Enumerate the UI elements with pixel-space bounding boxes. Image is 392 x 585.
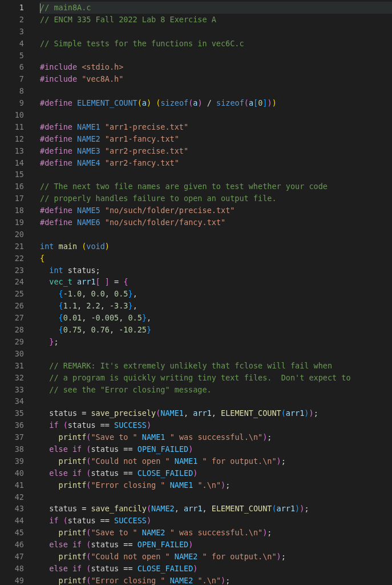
- code-line[interactable]: #include "vec8A.h": [40, 73, 392, 85]
- code-line[interactable]: #define NAME2 "arr1-fancy.txt": [40, 133, 392, 145]
- code-token: [40, 361, 49, 370]
- code-token: else: [49, 468, 68, 478]
- code-line[interactable]: {-1.0, 0.0, 0.5},: [40, 288, 392, 300]
- code-token: [40, 528, 59, 537]
- code-line[interactable]: int main (void): [40, 241, 392, 253]
- code-line[interactable]: };: [40, 336, 392, 348]
- line-number: 25: [0, 288, 24, 300]
- code-token: if: [72, 564, 82, 573]
- code-line[interactable]: else if (status == OPEN_FAILED): [40, 443, 392, 455]
- code-line[interactable]: #define NAME4 "arr2-fancy.txt": [40, 157, 392, 169]
- code-line[interactable]: #define NAME3 "arr2-precise.txt": [40, 145, 392, 157]
- code-token: [: [96, 277, 100, 286]
- line-number: 28: [0, 324, 24, 336]
- code-token: ]: [262, 98, 267, 107]
- code-line[interactable]: [40, 229, 392, 241]
- code-line[interactable]: // Simple tests for the functions in vec…: [40, 38, 392, 50]
- code-line[interactable]: [40, 109, 392, 121]
- code-line[interactable]: {: [40, 253, 392, 265]
- code-token: "vec8A.h": [82, 74, 123, 83]
- code-token: if: [49, 516, 58, 525]
- line-number: 7: [0, 73, 24, 85]
- code-token: CLOSE_FAILED: [138, 468, 193, 478]
- code-token: -: [91, 313, 95, 322]
- code-token: -: [63, 289, 68, 298]
- code-token: // a program is quickly writing tiny tex…: [49, 373, 350, 382]
- code-line[interactable]: printf("Save to " NAME1 " was successful…: [40, 431, 392, 443]
- code-line[interactable]: status = save_precisely(NAME1, arr1, ELE…: [40, 407, 392, 419]
- code-token: {: [59, 325, 63, 334]
- code-line[interactable]: [40, 85, 392, 97]
- code-line[interactable]: printf("Could not open " NAME2 " for out…: [40, 551, 392, 563]
- code-line[interactable]: [40, 50, 392, 62]
- code-line[interactable]: else if (status == CLOSE_FAILED): [40, 563, 392, 575]
- code-line[interactable]: // see the "Error closing" message.: [40, 384, 392, 396]
- code-line[interactable]: [40, 395, 392, 407]
- code-token: ;: [314, 408, 318, 418]
- code-line[interactable]: [40, 491, 392, 503]
- code-token: status =: [40, 408, 91, 418]
- code-token: {: [123, 277, 128, 286]
- code-token: "Save to ": [91, 528, 137, 537]
- code-line[interactable]: #define NAME6 "no/such/folder/fancy.txt": [40, 217, 392, 229]
- code-token: ;: [54, 337, 58, 346]
- code-line[interactable]: int status;: [40, 265, 392, 277]
- line-number: 26: [0, 300, 24, 312]
- code-line[interactable]: #include <stdio.h>: [40, 61, 392, 73]
- code-line[interactable]: else if (status == OPEN_FAILED): [40, 539, 392, 551]
- code-line[interactable]: #define NAME1 "arr1-precise.txt": [40, 121, 392, 133]
- code-token: [165, 528, 170, 537]
- line-number: 43: [0, 503, 24, 515]
- code-token: NAME2: [170, 576, 193, 585]
- code-line[interactable]: {0.01, -0.005, 0.5},: [40, 312, 392, 324]
- code-token: printf: [59, 576, 87, 585]
- line-number: 14: [0, 157, 24, 169]
- code-line[interactable]: // ENCM 335 Fall 2022 Lab 8 Exercise A: [40, 14, 392, 26]
- code-token: // main8A.c: [40, 3, 91, 12]
- code-token: #include: [40, 74, 77, 83]
- code-line[interactable]: printf("Save to " NAME2 " was successful…: [40, 527, 392, 539]
- code-line[interactable]: // a program is quickly writing tiny tex…: [40, 372, 392, 384]
- code-line[interactable]: else if (status == CLOSE_FAILED): [40, 467, 392, 479]
- code-line[interactable]: vec_t arr1[ ] = {: [40, 276, 392, 288]
- code-area[interactable]: // main8A.c// ENCM 335 Fall 2022 Lab 8 E…: [34, 0, 392, 585]
- code-token: 0.5: [114, 289, 128, 298]
- code-line[interactable]: // main8A.c: [40, 2, 392, 14]
- code-token: [54, 242, 58, 251]
- code-line[interactable]: if (status == SUCCESS): [40, 515, 392, 527]
- line-number: 42: [0, 491, 24, 503]
- line-number: 37: [0, 431, 24, 443]
- line-number: 22: [0, 253, 24, 265]
- code-token: [72, 218, 77, 227]
- code-token: ): [197, 98, 202, 107]
- line-number: 9: [0, 97, 24, 109]
- code-line[interactable]: [40, 26, 392, 38]
- code-line[interactable]: // The next two file names are given to …: [40, 181, 392, 193]
- code-line[interactable]: status = save_fancily(NAME2, arr1, ELEME…: [40, 503, 392, 515]
- code-token: [40, 313, 59, 322]
- code-token: ): [193, 564, 197, 573]
- code-line[interactable]: if (status == SUCCESS): [40, 419, 392, 431]
- line-number: 40: [0, 467, 24, 479]
- code-line[interactable]: #define NAME5 "no/such/folder/precise.tx…: [40, 205, 392, 217]
- code-line[interactable]: [40, 169, 392, 181]
- code-token: save_precisely: [91, 408, 156, 418]
- code-token: printf: [59, 528, 87, 537]
- code-token: 3.3: [114, 301, 128, 310]
- code-token: }: [142, 313, 147, 322]
- code-line[interactable]: // REMARK: It's extremely unlikely that …: [40, 360, 392, 372]
- code-line[interactable]: {1.1, 2.2, -3.3},: [40, 300, 392, 312]
- code-line[interactable]: // properly handles failure to open an o…: [40, 193, 392, 205]
- code-token: ELEMENT_COUNT: [221, 408, 281, 418]
- code-line[interactable]: printf("Could not open " NAME1 " for out…: [40, 455, 392, 467]
- code-token: "arr2-precise.txt": [105, 146, 188, 155]
- code-line[interactable]: printf("Error closing " NAME2 ".\n");: [40, 575, 392, 585]
- code-token: arr1: [277, 504, 296, 513]
- code-token: a: [249, 98, 253, 107]
- line-number: 13: [0, 145, 24, 157]
- code-line[interactable]: [40, 348, 392, 360]
- code-line[interactable]: printf("Error closing " NAME1 ".\n");: [40, 479, 392, 491]
- code-line[interactable]: #define ELEMENT_COUNT(a) (sizeof(a) / si…: [40, 97, 392, 109]
- code-line[interactable]: {0.75, 0.76, -10.25}: [40, 324, 392, 336]
- code-editor[interactable]: 1234567891011121314151617181920212223242…: [0, 0, 392, 585]
